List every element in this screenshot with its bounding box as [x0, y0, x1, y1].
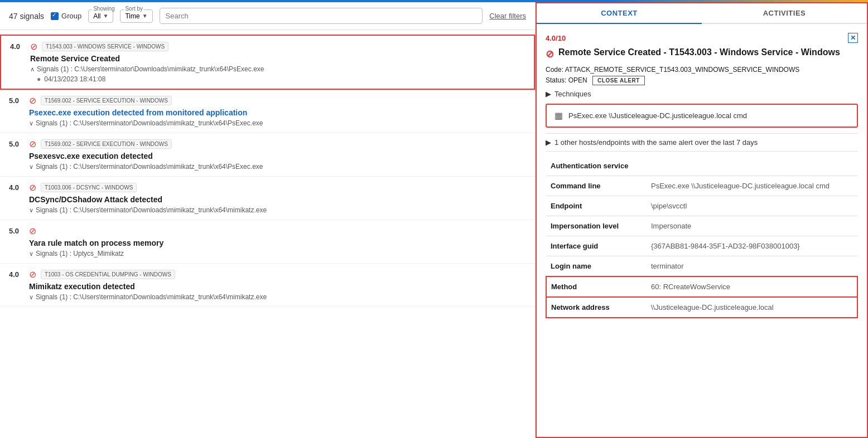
table-row: Authentication service	[546, 156, 857, 176]
techniques-row[interactable]: ▶ Techniques	[546, 90, 858, 98]
alert-tag: T1569.002 - SERVICE EXECUTION - WINDOWS	[41, 96, 172, 105]
signals-line[interactable]: ∨ Signals (1) : C:\Users\terminator\Down…	[29, 119, 526, 127]
search-input[interactable]	[160, 8, 483, 24]
table-cell-key: Network address	[546, 297, 647, 318]
group-checkbox[interactable]: Group	[51, 12, 81, 20]
table-cell-value: 60: RCreateWowService	[647, 276, 857, 297]
severity-icon: ⊘	[29, 182, 36, 193]
signals-text: Signals (1) : C:\Users\terminator\Downlo…	[37, 65, 264, 73]
table-cell-value	[647, 156, 857, 176]
signals-line[interactable]: ∨ Signals (1) : C:\Users\terminator\Down…	[29, 206, 526, 214]
alert-score: 4.0	[10, 42, 26, 51]
signals-line[interactable]: ∨ Signals (1) : C:\Users\terminator\Down…	[29, 163, 526, 171]
severity-icon: ⊘	[29, 95, 36, 106]
alert-score: 4.0	[9, 183, 25, 192]
hosts-row[interactable]: ▶ 1 other hosts/endpoints with the same …	[546, 133, 858, 152]
table-row: Method60: RCreateWowService	[546, 276, 857, 297]
table-row: Interface guid{367ABB81-9844-35F1-AD32-9…	[546, 236, 857, 256]
alert-item[interactable]: 5.0 ⊘ T1569.002 - SERVICE EXECUTION - WI…	[0, 133, 535, 177]
sortby-arrow-icon: ▼	[142, 13, 148, 19]
clear-filters-button[interactable]: Clear filters	[489, 12, 526, 20]
close-alert-button[interactable]: CLOSE ALERT	[592, 76, 645, 85]
alerts-list: 4.0 ⊘ T1543.003 - WINDOWS SERVICE - WIND…	[0, 30, 535, 438]
alert-score: 4.0	[9, 270, 25, 279]
alert-title: Mimikatz execution detected	[29, 282, 526, 291]
techniques-chevron-icon: ▶	[546, 90, 551, 98]
sortby-label: Sort by	[124, 6, 144, 12]
table-cell-key: Authentication service	[546, 156, 647, 176]
code-label: Code:	[546, 66, 563, 74]
hosts-chevron-icon: ▶	[546, 138, 551, 147]
terminal-icon: ▦	[554, 110, 563, 121]
alert-title: Remote Service Created	[30, 54, 525, 63]
chevron-down-icon: ∨	[29, 294, 33, 301]
signals-count: 47 signals	[9, 12, 44, 21]
alert-item[interactable]: 5.0 ⊘ T1569.002 - SERVICE EXECUTION - WI…	[0, 90, 535, 133]
table-cell-value: \\Justiceleague-DC.justiceleague.local	[647, 297, 857, 318]
command-text: PsExec.exe \\Justiceleague-DC.justicelea…	[568, 111, 747, 120]
alert-tag: T1003.006 - DCSYNC - WINDOWS	[41, 183, 137, 192]
detail-title-text: Remote Service Created - T1543.003 - Win…	[558, 47, 840, 57]
table-cell-value: \pipe\svcctl	[647, 196, 857, 216]
showing-value: All	[93, 12, 100, 20]
signals-text: Signals (1) : Uptycs_Mimikatz	[36, 250, 124, 257]
alert-tag: T1569.002 - SERVICE EXECUTION - WINDOWS	[41, 139, 172, 149]
hosts-text: 1 other hosts/endpoints with the same al…	[554, 138, 758, 147]
alert-score: 5.0	[9, 140, 25, 148]
alert-title: Yara rule match on process memory	[29, 239, 526, 247]
severity-icon: ⊘	[30, 41, 37, 52]
command-box: ▦ PsExec.exe \\Justiceleague-DC.justicel…	[546, 104, 858, 128]
signals-text: Signals (1) : C:\Users\terminator\Downlo…	[36, 206, 267, 214]
table-row: Login nameterminator	[546, 256, 857, 277]
right-tabs: CONTEXT ACTIVITIES	[537, 3, 867, 24]
signals-line[interactable]: ∧ Signals (1) : C:\Users\terminator\Down…	[30, 65, 525, 73]
group-label: Group	[61, 12, 81, 20]
techniques-label: Techniques	[554, 90, 591, 98]
detail-code-row: Code: ATTACK_REMOTE_SERVICE_T1543.003_WI…	[546, 66, 858, 74]
table-cell-key: Command line	[546, 176, 647, 196]
tab-context[interactable]: CONTEXT	[537, 3, 702, 24]
showing-dropdown[interactable]: Showing All ▼	[88, 9, 113, 23]
tab-activities[interactable]: ACTIVITIES	[702, 3, 867, 23]
alert-score: 5.0	[9, 96, 25, 105]
close-panel-button[interactable]: ✕	[848, 33, 858, 43]
detail-title: ⊘ Remote Service Created - T1543.003 - W…	[546, 47, 858, 60]
alert-item[interactable]: 4.0 ⊘ T1003.006 - DCSYNC - WINDOWS DCSyn…	[0, 177, 535, 220]
detail-score: 4.0/10	[546, 34, 566, 42]
signal-detail: ● 04/13/2023 18:41:08	[37, 75, 525, 83]
chevron-down-icon: ∨	[29, 250, 33, 257]
sortby-dropdown[interactable]: Sort by Time ▼	[120, 9, 152, 23]
signals-line[interactable]: ∨ Signals (1) : Uptycs_Mimikatz	[29, 250, 526, 257]
detail-score-header: 4.0/10 ✕	[546, 33, 858, 43]
alert-item[interactable]: 4.0 ⊘ T1003 - OS CREDENTIAL DUMPING - WI…	[0, 264, 535, 307]
alert-title: Psexesvc.exe execution detected	[29, 152, 526, 160]
alert-tag: T1003 - OS CREDENTIAL DUMPING - WINDOWS	[41, 270, 175, 279]
bullet-icon: ●	[37, 75, 41, 83]
signals-line[interactable]: ∨ Signals (1) : C:\Users\terminator\Down…	[29, 293, 526, 301]
alert-tag: T1543.003 - WINDOWS SERVICE - WINDOWS	[42, 42, 168, 51]
status-label: Status:	[546, 76, 566, 84]
table-cell-key: Login name	[546, 256, 647, 277]
detail-status-row: Status: OPEN CLOSE ALERT	[546, 76, 858, 85]
group-checkbox-icon	[51, 12, 59, 20]
table-cell-value: terminator	[647, 256, 857, 277]
table-row: Endpoint\pipe\svcctl	[546, 196, 857, 216]
alert-title: Psexec.exe execution detected from monit…	[29, 108, 526, 117]
alert-item[interactable]: 4.0 ⊘ T1543.003 - WINDOWS SERVICE - WIND…	[0, 35, 535, 90]
detail-table: Authentication serviceCommand linePsExec…	[546, 156, 858, 318]
severity-icon: ⊘	[29, 139, 36, 149]
signals-text: Signals (1) : C:\Users\terminator\Downlo…	[36, 163, 263, 171]
signals-text: Signals (1) : C:\Users\terminator\Downlo…	[36, 119, 263, 127]
showing-label: Showing	[92, 6, 115, 12]
sortby-value: Time	[125, 12, 139, 20]
chevron-down-icon: ∨	[29, 207, 33, 214]
detail-severity-icon: ⊘	[546, 48, 554, 60]
table-cell-value: PsExec.exe \\Justiceleague-DC.justicelea…	[647, 176, 857, 196]
alert-title: DCSync/DCShadow Attack detected	[29, 195, 526, 204]
alert-item[interactable]: 5.0 ⊘ Yara rule match on process memory …	[0, 220, 535, 264]
chevron-down-icon: ∧	[30, 66, 35, 73]
table-cell-key: Method	[546, 276, 647, 297]
table-cell-key: Endpoint	[546, 196, 647, 216]
table-cell-value: {367ABB81-9844-35F1-AD32-98F038001003}	[647, 236, 857, 256]
alert-score: 5.0	[9, 227, 25, 235]
